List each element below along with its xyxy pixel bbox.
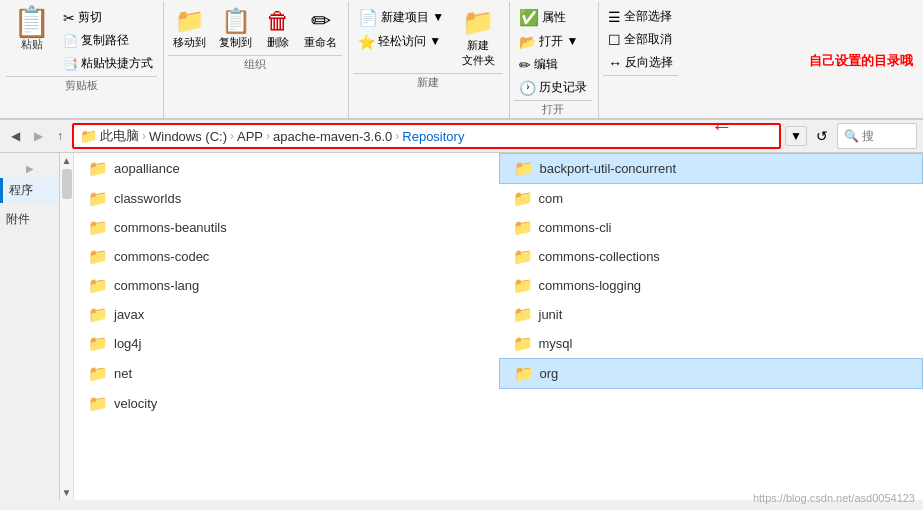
- left-panel: ▶ 程序 附件: [0, 153, 60, 500]
- refresh-button[interactable]: ↺: [811, 125, 833, 147]
- search-box[interactable]: 🔍: [837, 123, 917, 149]
- file-item-javax[interactable]: 📁 javax: [74, 300, 499, 329]
- invert-select-button[interactable]: ↔ 反向选择: [603, 52, 678, 73]
- move-to-button[interactable]: 📁 移动到: [168, 4, 211, 53]
- history-button[interactable]: 🕐 历史记录: [514, 77, 592, 98]
- organize-section: 📁 移动到 📋 复制到 🗑 删除 ✏ 重命名: [164, 2, 349, 118]
- address-part-5[interactable]: Repository: [402, 129, 464, 144]
- folder-icon: 📁: [88, 364, 108, 383]
- file-name: backport-util-concurrent: [540, 161, 677, 176]
- file-item-junit[interactable]: 📁 junit: [499, 300, 924, 329]
- address-dropdown-button[interactable]: ▼: [785, 126, 807, 146]
- scroll-thumb[interactable]: [62, 169, 72, 199]
- scroll-up[interactable]: ▲: [62, 155, 72, 166]
- search-icon: 🔍: [844, 129, 859, 143]
- folder-icon: 📁: [88, 276, 108, 295]
- file-item-aopalliance[interactable]: 📁 aopalliance: [74, 153, 499, 184]
- address-part-3[interactable]: APP: [237, 129, 263, 144]
- search-input[interactable]: [862, 129, 912, 143]
- file-item-commons-logging[interactable]: 📁 commons-logging: [499, 271, 924, 300]
- open-label: 打开: [514, 100, 592, 118]
- folder-icon: 📁: [513, 189, 533, 208]
- red-arrow: ←: [711, 114, 733, 140]
- folder-icon: 📁: [513, 334, 533, 353]
- address-sep-2: ›: [230, 129, 234, 143]
- folder-icon: 📁: [513, 276, 533, 295]
- nav-forward-button[interactable]: ▶: [29, 126, 48, 146]
- rename-button[interactable]: ✏ 重命名: [299, 4, 342, 53]
- file-name: com: [539, 191, 564, 206]
- select-none-button[interactable]: ☐ 全部取消: [603, 29, 678, 50]
- watermark: https://blog.csdn.net/asd0054123: [753, 492, 915, 504]
- properties-button[interactable]: ✅ 属性: [514, 6, 592, 29]
- file-name: commons-cli: [539, 220, 612, 235]
- easy-access-button[interactable]: ⭐ 轻松访问 ▼: [353, 31, 449, 52]
- file-name: net: [114, 366, 132, 381]
- file-name: javax: [114, 307, 144, 322]
- sidebar-item-1[interactable]: 程序: [0, 178, 59, 203]
- select-label: [603, 75, 678, 90]
- select-section: ☰ 全部选择 ☐ 全部取消 ↔ 反向选择: [599, 2, 684, 118]
- scroll-down[interactable]: ▼: [62, 487, 72, 498]
- folder-icon-address: 📁: [80, 128, 97, 144]
- file-item-net[interactable]: 📁 net: [74, 358, 499, 389]
- paste-shortcut-button[interactable]: 📑 粘贴快捷方式: [59, 53, 157, 74]
- file-item-commons-collections[interactable]: 📁 commons-collections: [499, 242, 924, 271]
- new-folder-button[interactable]: 📁 新建文件夹: [453, 4, 503, 71]
- file-name: org: [540, 366, 559, 381]
- new-label: 新建: [353, 73, 503, 91]
- delete-button[interactable]: 🗑 删除: [260, 4, 296, 53]
- file-list: 📁 aopalliance 📁 backport-util-concurrent…: [74, 153, 923, 500]
- file-name: classworlds: [114, 191, 181, 206]
- scroll-area: ▲ ▼: [60, 153, 74, 500]
- file-item-backport[interactable]: 📁 backport-util-concurrent: [499, 153, 924, 184]
- file-name: junit: [539, 307, 563, 322]
- folder-icon: 📁: [514, 364, 534, 383]
- file-item-mysql[interactable]: 📁 mysql: [499, 329, 924, 358]
- folder-icon: 📁: [513, 247, 533, 266]
- address-part-2[interactable]: Windows (C:): [149, 129, 227, 144]
- folder-icon: 📁: [88, 247, 108, 266]
- new-item-button[interactable]: 📄 新建项目 ▼: [353, 6, 449, 29]
- nav-up-button[interactable]: ↑: [52, 126, 68, 146]
- address-part-4[interactable]: apache-maven-3.6.0: [273, 129, 392, 144]
- file-name: commons-codec: [114, 249, 209, 264]
- file-name: mysql: [539, 336, 573, 351]
- file-name: commons-beanutils: [114, 220, 227, 235]
- open-button[interactable]: 📂 打开 ▼: [514, 31, 592, 52]
- file-item-log4j[interactable]: 📁 log4j: [74, 329, 499, 358]
- file-item-org[interactable]: 📁 org: [499, 358, 924, 389]
- sidebar-item-2[interactable]: 附件: [0, 207, 59, 232]
- main-content: ▶ 程序 附件 ▲ ▼ 📁 aopalliance 📁 backpor: [0, 153, 923, 500]
- paste-section: 📋 粘贴 ✂ 剪切 📄 复制路径 📑: [4, 2, 164, 118]
- open-section: ✅ 属性 📂 打开 ▼ ✏ 编辑 🕐 历史记: [510, 2, 599, 118]
- address-box[interactable]: 📁 此电脑 › Windows (C:) › APP › apache-mave…: [72, 123, 781, 149]
- file-item-commons-codec[interactable]: 📁 commons-codec: [74, 242, 499, 271]
- file-item-commons-lang[interactable]: 📁 commons-lang: [74, 271, 499, 300]
- address-part-1[interactable]: 此电脑: [100, 127, 139, 145]
- copy-to-button[interactable]: 📋 复制到: [214, 4, 257, 53]
- folder-icon: 📁: [88, 334, 108, 353]
- edit-button[interactable]: ✏ 编辑: [514, 54, 592, 75]
- folder-icon: 📁: [513, 305, 533, 324]
- new-section: 📄 新建项目 ▼ ⭐ 轻松访问 ▼ 📁 新建文件夹 新建: [349, 2, 510, 118]
- select-all-button[interactable]: ☰ 全部选择: [603, 6, 678, 27]
- folder-icon: 📁: [88, 305, 108, 324]
- file-item-velocity[interactable]: 📁 velocity: [74, 389, 499, 418]
- clipboard-label: 剪贴板: [6, 76, 157, 94]
- cut-button[interactable]: ✂ 剪切: [59, 7, 157, 28]
- annotation-text: 自己设置的目录哦: [809, 52, 913, 70]
- file-item-com[interactable]: 📁 com: [499, 184, 924, 213]
- file-item-commons-cli[interactable]: 📁 commons-cli: [499, 213, 924, 242]
- file-item-commons-beanutils[interactable]: 📁 commons-beanutils: [74, 213, 499, 242]
- file-name: commons-collections: [539, 249, 660, 264]
- file-item-classworlds[interactable]: 📁 classworlds: [74, 184, 499, 213]
- paste-button[interactable]: 📋 粘贴: [6, 4, 57, 55]
- empty-cell: [499, 389, 924, 418]
- file-name: velocity: [114, 396, 157, 411]
- folder-icon: 📁: [513, 218, 533, 237]
- address-sep-4: ›: [395, 129, 399, 143]
- copy-path-button[interactable]: 📄 复制路径: [59, 30, 157, 51]
- address-sep-1: ›: [142, 129, 146, 143]
- nav-back-button[interactable]: ◀: [6, 126, 25, 146]
